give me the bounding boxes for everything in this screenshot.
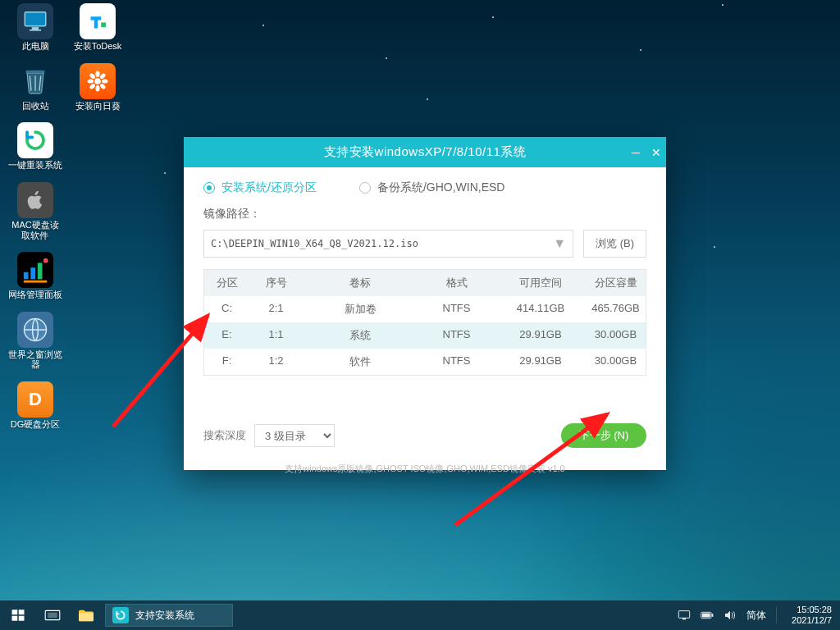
desktop-icon-label: 网络管理面板 bbox=[8, 290, 62, 300]
svg-point-8 bbox=[43, 258, 48, 263]
network-bars-icon bbox=[17, 252, 53, 288]
minimize-button[interactable]: ─ bbox=[632, 147, 640, 158]
desktop-icon-world-browser[interactable]: 世界之窗浏览 器 bbox=[7, 312, 64, 370]
desktop-icon-install-sunflower[interactable]: 安装向日葵 bbox=[69, 63, 126, 112]
tray-ime[interactable]: 简体 bbox=[746, 609, 766, 623]
table-row[interactable]: E: 1:1 系统 NTFS 29.91GB 30.00GB bbox=[204, 322, 646, 349]
desktop-icon-label: 安装向日葵 bbox=[75, 101, 121, 112]
system-tray: 简体 15:05:28 2021/12/7 bbox=[678, 605, 840, 625]
start-button[interactable] bbox=[0, 600, 36, 630]
desktop-icon-this-pc[interactable]: 此电脑 bbox=[7, 3, 64, 52]
svg-rect-30 bbox=[678, 611, 689, 619]
svg-point-14 bbox=[96, 85, 100, 92]
taskbar: 支持安装系统 简体 15:05:28 2021/12/7 bbox=[0, 600, 840, 630]
close-button[interactable]: ✕ bbox=[651, 147, 661, 158]
desktop-icon-mac-reader[interactable]: MAC硬盘读 取软件 bbox=[7, 182, 64, 240]
partition-table: 分区 序号 卷标 格式 可用空间 分区容量 C: 2:1 新加卷 NTFS 41… bbox=[203, 269, 646, 376]
svg-rect-4 bbox=[24, 272, 29, 280]
svg-rect-0 bbox=[25, 12, 46, 26]
monitor-icon bbox=[17, 3, 53, 39]
search-depth-select[interactable]: 3 级目录 bbox=[254, 424, 335, 447]
tab-install-restore[interactable]: 安装系统/还原分区 bbox=[203, 180, 317, 195]
th-partition: 分区 bbox=[204, 270, 249, 296]
desktop-icon-label: 世界之窗浏览 器 bbox=[8, 349, 62, 370]
tab-label: 安装系统/还原分区 bbox=[221, 180, 317, 195]
image-path-dropdown[interactable]: C:\DEEPIN_WIN10_X64_Q8_V2021.12.iso ▼ bbox=[203, 230, 573, 258]
radio-icon bbox=[203, 182, 215, 194]
svg-rect-3 bbox=[25, 70, 44, 73]
table-row[interactable]: F: 1:2 软件 NTFS 29.91GB 30.00GB bbox=[204, 349, 646, 375]
tray-volume-icon[interactable] bbox=[724, 609, 737, 621]
globe-icon bbox=[17, 312, 53, 348]
taskview-button[interactable] bbox=[36, 600, 69, 630]
browse-button[interactable]: 浏览 (B) bbox=[583, 230, 646, 258]
tab-backup[interactable]: 备份系统/GHO,WIN,ESD bbox=[359, 180, 505, 195]
tray-display-icon[interactable] bbox=[678, 609, 691, 621]
svg-rect-1 bbox=[32, 27, 39, 30]
desktop-icon-install-todesk[interactable]: 安装ToDesk bbox=[69, 3, 126, 52]
desktop-icon-label: MAC硬盘读 取软件 bbox=[11, 220, 58, 240]
todesk-icon bbox=[80, 3, 116, 39]
svg-rect-2 bbox=[30, 30, 41, 31]
window-controls: ─ ✕ bbox=[632, 137, 661, 167]
svg-rect-6 bbox=[38, 263, 43, 280]
svg-point-13 bbox=[96, 71, 100, 77]
installer-task-icon bbox=[112, 607, 129, 623]
svg-point-17 bbox=[89, 72, 96, 80]
next-button[interactable]: 下一步 (N) bbox=[561, 423, 646, 448]
svg-point-16 bbox=[102, 79, 108, 83]
svg-rect-26 bbox=[19, 616, 25, 621]
apple-icon bbox=[17, 182, 53, 218]
svg-point-19 bbox=[89, 82, 96, 89]
svg-rect-5 bbox=[30, 267, 35, 279]
svg-rect-28 bbox=[48, 613, 57, 618]
desktop-icon-reinstall[interactable]: 一键重装系统 bbox=[7, 122, 64, 171]
search-depth-label: 搜索深度 bbox=[203, 428, 246, 443]
desktop-icon-label: DG硬盘分区 bbox=[11, 419, 61, 430]
sunflower-icon bbox=[80, 63, 116, 99]
installer-window: 支持安装windowsXP/7/8/10/11系统 ─ ✕ 安装系统/还原分区 … bbox=[184, 137, 666, 470]
th-format: 格式 bbox=[418, 270, 495, 296]
image-path-label: 镜像路径： bbox=[203, 207, 646, 221]
svg-rect-31 bbox=[682, 619, 686, 619]
task-label: 支持安装系统 bbox=[135, 609, 194, 623]
svg-rect-25 bbox=[12, 616, 18, 621]
tray-battery-icon[interactable] bbox=[701, 610, 714, 620]
table-header: 分区 序号 卷标 格式 可用空间 分区容量 bbox=[204, 270, 646, 296]
recycle-bin-icon bbox=[17, 63, 53, 99]
radio-icon bbox=[359, 182, 371, 194]
svg-rect-23 bbox=[12, 609, 18, 614]
dg-icon: D bbox=[17, 381, 53, 418]
svg-rect-34 bbox=[702, 614, 710, 618]
tray-clock[interactable]: 15:05:28 2021/12/7 bbox=[787, 605, 832, 625]
desktop-icon-dg-partition[interactable]: D DG硬盘分区 bbox=[7, 381, 64, 430]
desktop-icon-network-panel[interactable]: 网络管理面板 bbox=[7, 252, 64, 300]
svg-point-15 bbox=[88, 79, 94, 83]
desktop-icon-label: 一键重装系统 bbox=[8, 160, 62, 171]
desktop-icon-recycle-bin[interactable]: 回收站 bbox=[7, 63, 64, 112]
svg-rect-29 bbox=[79, 613, 94, 621]
tray-date: 2021/12/7 bbox=[792, 615, 832, 626]
th-seq: 序号 bbox=[249, 270, 303, 296]
desktop-icons-col1: 此电脑 回收站 一键重装系统 MAC硬盘读 取软件 网络管理面板 世界之窗浏览 … bbox=[7, 3, 64, 430]
taskbar-task-installer[interactable]: 支持安装系统 bbox=[105, 604, 233, 627]
svg-point-12 bbox=[94, 78, 101, 84]
tray-divider bbox=[776, 607, 777, 623]
chevron-down-icon: ▼ bbox=[553, 236, 566, 251]
window-titlebar: 支持安装windowsXP/7/8/10/11系统 ─ ✕ bbox=[184, 137, 666, 167]
windows-icon bbox=[11, 608, 25, 623]
tray-time: 15:05:28 bbox=[792, 605, 832, 615]
tab-label: 备份系统/GHO,WIN,ESD bbox=[377, 180, 505, 195]
image-path-value: C:\DEEPIN_WIN10_X64_Q8_V2021.12.iso bbox=[211, 238, 418, 249]
svg-rect-33 bbox=[712, 614, 714, 617]
taskview-icon bbox=[44, 609, 61, 622]
folder-icon bbox=[77, 608, 95, 623]
support-hint: 支持windows原版镜像,GHOST ISO镜像,GHO,WIM,ESD镜像安… bbox=[203, 463, 646, 475]
svg-point-20 bbox=[99, 82, 107, 89]
explorer-button[interactable] bbox=[69, 600, 103, 630]
desktop-icon-label: 此电脑 bbox=[22, 41, 49, 52]
th-capacity: 分区容量 bbox=[586, 270, 646, 296]
desktop-icon-label: 安装ToDesk bbox=[74, 41, 122, 52]
table-row[interactable]: C: 2:1 新加卷 NTFS 414.11GB 465.76GB bbox=[204, 296, 646, 322]
th-label: 卷标 bbox=[303, 270, 418, 296]
